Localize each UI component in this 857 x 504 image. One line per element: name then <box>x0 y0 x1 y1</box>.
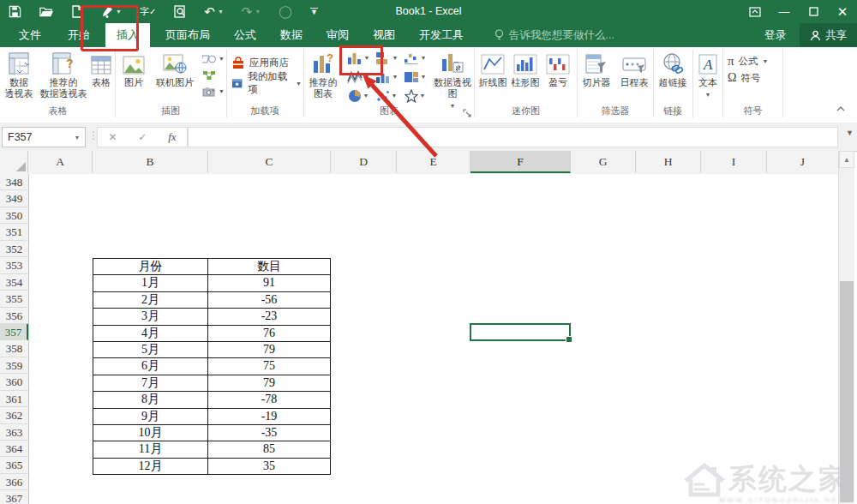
column-header-G[interactable]: G <box>571 151 636 173</box>
symbol-button[interactable]: Ω 符号 <box>728 69 760 87</box>
row-header-353[interactable]: 353 <box>0 257 28 273</box>
tab-data[interactable]: 数据 <box>272 23 311 47</box>
table-header-value[interactable]: 数目 <box>208 259 331 275</box>
online-pictures-button[interactable]: 联机图片 <box>151 49 199 102</box>
row-header-354[interactable]: 354 <box>0 274 28 291</box>
cancel-icon[interactable]: ✕ <box>108 131 117 143</box>
timeline-button[interactable]: 日程表 <box>616 49 652 102</box>
expand-formula-bar-icon[interactable]: ▼ <box>846 129 854 137</box>
table-header-month[interactable]: 月份 <box>93 259 208 275</box>
cell-value[interactable]: -35 <box>208 425 331 441</box>
insert-radar-chart-button[interactable]: ▼ <box>401 87 428 105</box>
row-header-360[interactable]: 360 <box>0 374 28 390</box>
sign-in-button[interactable]: 登录 <box>764 28 786 43</box>
pivottable-button[interactable]: 数据 透视表 <box>2 49 36 102</box>
sparkline-winloss-button[interactable]: 盈亏 <box>544 49 572 102</box>
cell-month[interactable]: 3月 <box>93 309 208 325</box>
scrollbar-thumb[interactable] <box>840 281 854 502</box>
column-header-J[interactable]: J <box>767 151 839 173</box>
row-header-357[interactable]: 357 <box>0 324 28 340</box>
table-button[interactable]: 表格 <box>89 49 113 102</box>
tab-developer[interactable]: 开发工具 <box>411 23 472 47</box>
row-header-355[interactable]: 355 <box>0 291 28 307</box>
cell-month[interactable]: 1月 <box>93 275 208 291</box>
row-header-364[interactable]: 364 <box>0 441 28 457</box>
recommended-pivottables-button[interactable]: ? 推荐的 数据透视表 <box>38 49 89 102</box>
hyperlink-button[interactable]: 超链接 <box>655 49 691 102</box>
pictures-button[interactable]: 图片 <box>118 49 149 102</box>
cell-value[interactable]: -19 <box>208 408 331 424</box>
cell-month[interactable]: 6月 <box>93 358 208 375</box>
cell-value[interactable]: 79 <box>208 342 331 358</box>
tab-page-layout[interactable]: 页面布局 <box>157 23 219 47</box>
row-header-350[interactable]: 350 <box>0 207 28 224</box>
cell-value[interactable]: -56 <box>208 291 331 308</box>
insert-waterfall-chart-button[interactable]: ▼ <box>401 49 428 67</box>
insert-hierarchy-chart-button[interactable]: ▼ <box>401 68 428 86</box>
text-button[interactable]: A 文本 ▼ <box>694 49 722 102</box>
insert-bar-chart-button[interactable]: ▼ <box>373 49 400 67</box>
insert-function-icon[interactable]: fx <box>168 130 176 144</box>
cell-value[interactable]: 85 <box>208 441 331 458</box>
tab-view[interactable]: 视图 <box>364 23 404 47</box>
pivotchart-button[interactable]: 数据透视图 ▼ <box>432 49 473 102</box>
charts-dialog-launcher[interactable] <box>463 105 471 121</box>
maximize-button[interactable] <box>799 0 828 23</box>
column-header-C[interactable]: C <box>208 151 331 173</box>
cell-month[interactable]: 2月 <box>93 291 208 308</box>
cell-month[interactable]: 4月 <box>93 325 208 341</box>
ribbon-display-options-button[interactable] <box>740 0 770 23</box>
column-header-E[interactable]: E <box>397 151 470 173</box>
row-header-359[interactable]: 359 <box>0 357 28 374</box>
tell-me-box[interactable]: 告诉我您想要做什么... <box>494 23 614 47</box>
row-header-348[interactable]: 348 <box>0 174 28 190</box>
cell-value[interactable]: 75 <box>208 358 331 375</box>
insert-scatter-chart-button[interactable]: ▼ <box>373 87 400 105</box>
row-header-358[interactable]: 358 <box>0 340 28 357</box>
column-header-F[interactable]: F <box>470 151 571 173</box>
slicer-button[interactable]: 切片器 <box>578 49 614 102</box>
row-header-362[interactable]: 362 <box>0 407 28 423</box>
name-box[interactable]: F357 ▼ <box>2 127 86 147</box>
share-button[interactable]: 共享 <box>800 23 857 47</box>
row-header-365[interactable]: 365 <box>0 457 28 473</box>
cell-month[interactable]: 12月 <box>93 458 208 474</box>
cell-month[interactable]: 5月 <box>93 342 208 358</box>
equation-button[interactable]: π 公式 ▼ <box>728 52 769 69</box>
close-button[interactable]: ✕ <box>828 0 857 23</box>
shapes-button[interactable]: ▼ <box>202 51 225 66</box>
enter-icon[interactable]: ✓ <box>138 131 147 143</box>
cell-month[interactable]: 9月 <box>93 408 208 424</box>
row-header-356[interactable]: 356 <box>0 308 28 324</box>
vertical-scrollbar[interactable]: ▲ <box>838 151 854 504</box>
recommended-charts-button[interactable]: ? 推荐的 图表 <box>305 49 341 102</box>
tab-home[interactable]: 开始 <box>59 23 99 47</box>
cell-month[interactable]: 10月 <box>93 425 208 441</box>
column-header-D[interactable]: D <box>331 151 397 173</box>
fill-handle[interactable] <box>566 336 572 343</box>
tab-insert[interactable]: 插入 <box>105 23 150 47</box>
active-cell-F357[interactable] <box>470 323 571 341</box>
row-header-363[interactable]: 363 <box>0 424 28 441</box>
sheet-grid[interactable]: 月份数目1月912月-563月-234月765月796月757月798月-789… <box>29 174 839 504</box>
cell-value[interactable]: 91 <box>208 275 331 291</box>
tab-formulas[interactable]: 公式 <box>225 23 265 47</box>
row-header-352[interactable]: 352 <box>0 241 28 257</box>
store-button[interactable]: 应用商店 <box>231 54 289 71</box>
tab-file[interactable]: 文件 <box>8 23 52 47</box>
cell-value[interactable]: -23 <box>208 309 331 325</box>
formula-input[interactable] <box>188 127 838 147</box>
insert-column-chart-button[interactable]: ▼ <box>345 49 372 67</box>
scroll-up-arrow[interactable]: ▲ <box>839 151 854 168</box>
row-header-367[interactable]: 367 <box>0 490 28 504</box>
cell-month[interactable]: 8月 <box>93 392 208 408</box>
row-header-366[interactable]: 366 <box>0 474 28 490</box>
smartart-button[interactable] <box>202 68 216 82</box>
cell-value[interactable]: 76 <box>208 325 331 341</box>
insert-pie-chart-button[interactable]: ▼ <box>345 87 372 105</box>
row-header-349[interactable]: 349 <box>0 190 28 207</box>
select-all-corner[interactable] <box>0 151 28 173</box>
my-addins-button[interactable]: 我的加载项 ▼ <box>231 75 302 92</box>
row-header-351[interactable]: 351 <box>0 224 28 240</box>
name-box-dropdown[interactable]: ▼ <box>69 135 85 141</box>
